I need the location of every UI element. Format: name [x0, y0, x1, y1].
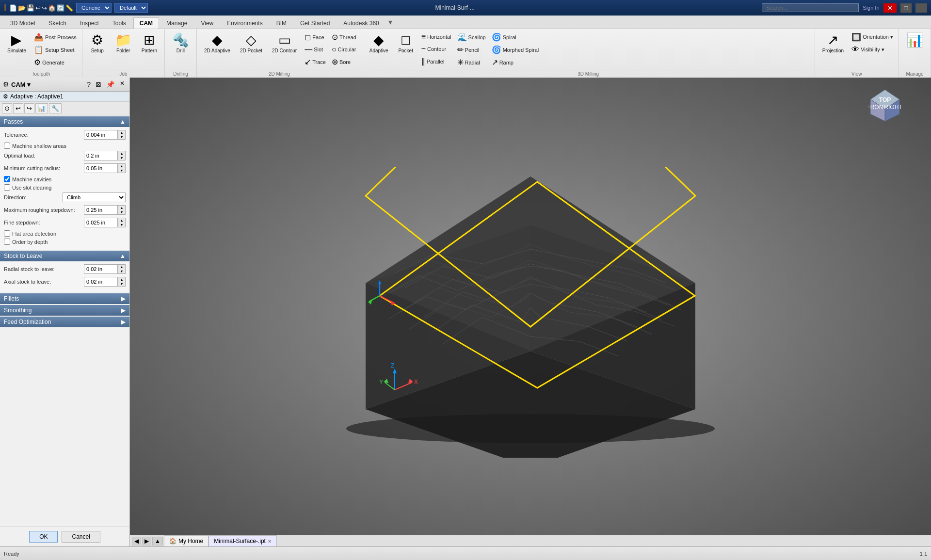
radial-stock-down[interactable]: ▼: [118, 269, 125, 273]
pattern-button[interactable]: ⊞ Pattern: [137, 31, 161, 56]
measure-button[interactable]: 📏: [65, 4, 73, 12]
post-process-button[interactable]: 📤 Post Process: [32, 31, 79, 43]
adaptive-button[interactable]: ◆ Adaptive: [365, 31, 393, 56]
contour-button[interactable]: ~ Contour: [419, 43, 454, 55]
machine-shallow-checkbox[interactable]: [4, 143, 10, 149]
new-button[interactable]: 📄: [9, 4, 17, 12]
tab-sketch[interactable]: Sketch: [42, 17, 73, 29]
max-roughing-stepdown-down[interactable]: ▼: [118, 210, 125, 214]
toolbar-icon-2[interactable]: ↩: [13, 103, 23, 113]
orientation-button[interactable]: 🔲 Orientation ▾: [849, 31, 896, 43]
ok-button[interactable]: OK: [29, 531, 58, 543]
tolerance-input[interactable]: [84, 130, 118, 140]
optimal-load-down[interactable]: ▼: [118, 156, 125, 160]
parallel-button[interactable]: ∥ Parallel: [419, 55, 454, 67]
projection-button[interactable]: ↗ Projection: [818, 31, 848, 56]
drill-button[interactable]: 🔩 Drill: [168, 31, 193, 56]
slot-button[interactable]: — Slot: [302, 44, 328, 55]
toolbar-icon-4[interactable]: 📊: [35, 103, 48, 113]
toolbar-icon-5[interactable]: 🔧: [49, 103, 62, 113]
bore-button[interactable]: ⊕ Bore: [329, 56, 359, 68]
2d-adaptive-button[interactable]: ◆ 2D Adaptive: [200, 31, 235, 56]
open-button[interactable]: 📂: [18, 4, 26, 12]
folder-button[interactable]: 📁 Folder: [111, 31, 136, 56]
simulate-button[interactable]: ▶ Simulate: [3, 31, 31, 56]
fine-stepdown-up[interactable]: ▲: [118, 218, 125, 223]
tolerance-down[interactable]: ▼: [118, 135, 125, 139]
optimal-load-input[interactable]: [84, 151, 118, 160]
passes-section-header[interactable]: Passes ▲: [0, 116, 129, 127]
tab-getstarted[interactable]: Get Started: [294, 17, 336, 29]
fillets-section-header[interactable]: Fillets ▶: [0, 293, 129, 304]
face-button[interactable]: ◻ Face: [302, 31, 328, 43]
tab-view[interactable]: View: [194, 17, 220, 29]
pencil-button[interactable]: ✏ Pencil: [455, 44, 488, 56]
optimal-load-up[interactable]: ▲: [118, 151, 125, 156]
2d-pocket-button[interactable]: ◇ 2D Pocket: [236, 31, 267, 56]
minimize-button[interactable]: −: [915, 3, 927, 13]
search-input[interactable]: [762, 3, 859, 12]
close-app-button[interactable]: ✕: [883, 3, 897, 13]
tab-tools[interactable]: Tools: [106, 17, 132, 29]
tab-cam[interactable]: CAM: [133, 17, 159, 29]
tab-environments[interactable]: Environments: [221, 17, 269, 29]
radial-button[interactable]: ✳ Radial: [455, 56, 488, 68]
cancel-button[interactable]: Cancel: [62, 531, 100, 543]
2d-contour-button[interactable]: ▭ 2D Contour: [268, 31, 301, 56]
stock-to-leave-section-header[interactable]: Stock to Leave ▲: [0, 251, 129, 261]
min-cutting-radius-input[interactable]: [84, 163, 118, 173]
setup-sheet-button[interactable]: 📋 Setup Sheet: [32, 44, 79, 56]
fine-stepdown-down[interactable]: ▼: [118, 223, 125, 227]
panel-help-button[interactable]: ?: [85, 80, 92, 89]
ribbon-more-btn[interactable]: ▾: [388, 17, 392, 27]
tab-3dmodel[interactable]: 3D Model: [4, 17, 41, 29]
axial-stock-input[interactable]: [84, 277, 118, 287]
thread-button[interactable]: ⊙ Thread: [329, 31, 359, 43]
visibility-button[interactable]: 👁 Visibility ▾: [849, 44, 896, 55]
redo-button[interactable]: ↪: [42, 4, 47, 12]
radial-stock-up[interactable]: ▲: [118, 265, 125, 269]
tab-manage[interactable]: Manage: [160, 17, 193, 29]
tab-autodesk360[interactable]: Autodesk 360: [337, 17, 385, 29]
tab-my-home[interactable]: 🏠 My Home: [164, 535, 209, 546]
panel-settings-button[interactable]: ⊠: [94, 80, 103, 89]
update-button[interactable]: 🔄: [57, 4, 64, 12]
workspace-selector[interactable]: Generic: [76, 3, 112, 13]
toolbar-icon-3[interactable]: ↪: [24, 103, 34, 113]
tab-nav-left[interactable]: ◀: [132, 537, 141, 545]
maximize-button[interactable]: □: [900, 3, 912, 13]
panel-pin-button[interactable]: 📌: [105, 80, 116, 89]
axial-stock-down[interactable]: ▼: [118, 282, 125, 286]
undo-button[interactable]: ↩: [35, 4, 41, 12]
max-roughing-stepdown-up[interactable]: ▲: [118, 206, 125, 210]
panel-close-button[interactable]: ✕: [118, 80, 127, 89]
morphed-spiral-button[interactable]: 🌀 Morphed Spiral: [489, 44, 542, 56]
pocket-button[interactable]: □ Pocket: [394, 31, 418, 56]
feed-optimization-section-header[interactable]: Feed Optimization ▶: [0, 317, 129, 327]
min-cutting-radius-down[interactable]: ▼: [118, 168, 125, 173]
scallop-button[interactable]: 🌊 Scallop: [455, 31, 488, 43]
radial-stock-input[interactable]: [84, 264, 118, 274]
view-cube[interactable]: TOP RIGHT FRONT: [868, 87, 902, 121]
tolerance-up[interactable]: ▲: [118, 130, 125, 135]
tab-minimal-surface[interactable]: Minimal-Surface-.ipt ✕: [209, 535, 277, 546]
min-cutting-radius-up[interactable]: ▲: [118, 164, 125, 168]
manage-action-button[interactable]: 📊: [902, 31, 928, 50]
fine-stepdown-input[interactable]: [84, 218, 118, 227]
tab-bim[interactable]: BIM: [270, 17, 293, 29]
axial-stock-up[interactable]: ▲: [118, 277, 125, 282]
tab-inspect[interactable]: Inspect: [74, 17, 105, 29]
smoothing-section-header[interactable]: Smoothing ▶: [0, 305, 129, 316]
generate-button[interactable]: ⚙ Generate: [32, 56, 79, 68]
order-by-depth-checkbox[interactable]: [4, 239, 10, 245]
toolbar-icon-1[interactable]: ⊙: [2, 103, 12, 113]
spiral-button[interactable]: 🌀 Spiral: [489, 31, 542, 43]
profile-selector[interactable]: Default: [114, 3, 148, 13]
setup-button[interactable]: ⚙ Setup: [85, 31, 110, 56]
machine-cavities-checkbox[interactable]: [4, 176, 10, 182]
circular-button[interactable]: ○ Circular: [329, 44, 359, 55]
sign-in-link[interactable]: Sign In: [863, 5, 879, 11]
use-slot-clearing-checkbox[interactable]: [4, 184, 10, 191]
flat-area-detection-checkbox[interactable]: [4, 230, 10, 237]
tab-nav-up[interactable]: ▲: [152, 537, 163, 545]
